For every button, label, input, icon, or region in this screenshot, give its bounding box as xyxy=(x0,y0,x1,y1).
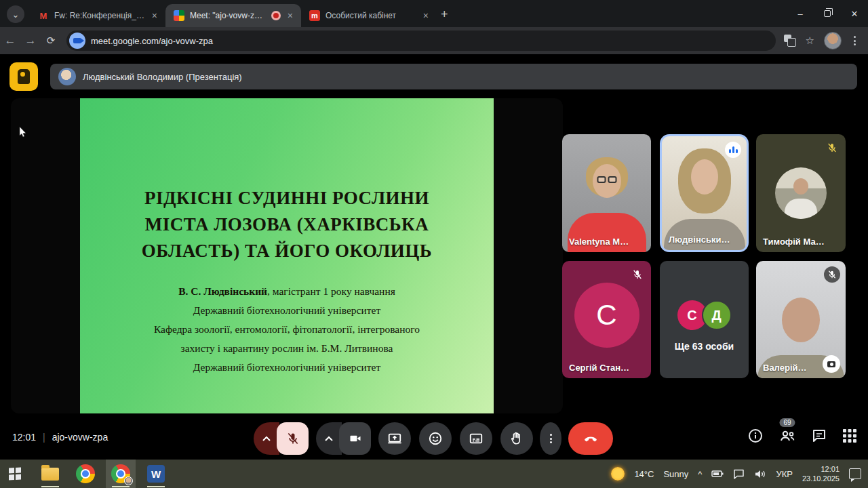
slide: РІДКІСНІ СУДИННІ РОСЛИНИ МІСТА ЛОЗОВА (Х… xyxy=(80,98,494,413)
clock-tray[interactable]: 12:01 23.10.2025 xyxy=(802,464,840,483)
word-icon: W xyxy=(147,465,165,483)
speaker-icon[interactable] xyxy=(754,469,766,479)
chrome-profile-button[interactable] xyxy=(106,460,136,488)
meeting-details-button[interactable] xyxy=(747,428,764,444)
captions-button[interactable] xyxy=(460,422,492,455)
start-button[interactable] xyxy=(0,460,30,488)
raise-hand-icon xyxy=(509,431,524,446)
word-button[interactable]: W xyxy=(141,460,171,488)
presenter-banner[interactable]: Людвінський Володимир (Презентація) xyxy=(50,64,857,89)
participant-name: Валерій… xyxy=(763,363,806,373)
participant-name: Valentyna M… xyxy=(569,237,629,247)
extension-button[interactable] xyxy=(9,62,38,91)
camera-toggle-button[interactable] xyxy=(339,422,371,455)
slide-title: РІДКІСНІ СУДИННІ РОСЛИНИ МІСТА ЛОЗОВА (Х… xyxy=(80,185,494,264)
presentation-tile[interactable]: РІДКІСНІ СУДИННІ РОСЛИНИ МІСТА ЛОЗОВА (Х… xyxy=(11,98,563,413)
new-tab-button[interactable]: + xyxy=(441,7,448,22)
toolbar-right: ☆ xyxy=(784,32,868,49)
end-call-icon xyxy=(583,430,599,447)
browser-toolbar: ← → ⟳ meet.google.com/ajo-vovw-zpa ☆ xyxy=(0,27,868,54)
activities-button[interactable] xyxy=(842,428,857,443)
bookmark-star-icon[interactable]: ☆ xyxy=(806,35,814,47)
camera-control-group xyxy=(316,422,371,455)
chevron-up-icon xyxy=(262,436,271,441)
chrome-button[interactable] xyxy=(71,460,100,488)
close-window-button[interactable]: ✕ xyxy=(841,0,868,27)
restore-button[interactable] xyxy=(814,0,841,27)
participant-tile-speaking[interactable]: Людвінськи… xyxy=(660,134,749,252)
file-explorer-button[interactable] xyxy=(35,460,65,488)
mic-options-button[interactable] xyxy=(254,422,279,455)
smiley-icon xyxy=(428,431,443,446)
more-participants-label: Ще 63 особи xyxy=(660,341,749,352)
tab-search-button[interactable]: ⌄ xyxy=(7,5,24,23)
camera-options-button[interactable] xyxy=(316,422,342,455)
tab-meet-active[interactable]: Meet: "ajo-vovw-zpa" × xyxy=(165,4,301,27)
browser-menu-icon[interactable] xyxy=(851,36,859,45)
grid-icon xyxy=(842,428,857,443)
forward-button[interactable]: → xyxy=(20,34,41,47)
present-screen-button[interactable] xyxy=(378,422,411,455)
reactions-button[interactable] xyxy=(419,422,452,455)
presenter-name: Людвінський Володимир (Презентація) xyxy=(83,72,242,82)
captions-icon xyxy=(469,431,484,446)
tab-title: Fw: Re:Конференція_23.10.202 xyxy=(54,11,145,20)
participant-tile[interactable]: Тимофій Ма… xyxy=(756,134,846,252)
more-participants-tile[interactable]: С Д Ще 63 особи xyxy=(660,261,749,378)
meet-control-bar: 12:01 | ajo-vovw-zpa xyxy=(0,417,868,460)
browser-tab-strip: ⌄ M Fw: Re:Конференція_23.10.202 × Meet:… xyxy=(0,0,868,27)
meet-right-controls: 69 xyxy=(747,428,857,444)
system-tray: 14°C Sunny ^ УКР 12:01 23.10.2025 xyxy=(611,464,868,483)
chat-icon xyxy=(811,428,827,444)
participant-name: Тимофій Ма… xyxy=(763,237,825,247)
slide-subtitle: В. С. Людвінський, магістрант 1 року нав… xyxy=(80,282,494,377)
tab-gmail[interactable]: M Fw: Re:Конференція_23.10.202 × xyxy=(30,4,165,27)
profile-mini-avatar xyxy=(124,476,133,485)
battery-icon[interactable] xyxy=(711,469,724,479)
tab-title: Особистий кабінет xyxy=(326,11,416,20)
screen: ⌄ M Fw: Re:Конференція_23.10.202 × Meet:… xyxy=(0,0,868,488)
mouse-cursor-icon xyxy=(19,127,26,138)
meet-page: Людвінський Володимир (Презентація) РІДК… xyxy=(0,54,868,460)
translate-icon[interactable] xyxy=(784,35,796,47)
participants-button[interactable]: 69 xyxy=(778,428,796,444)
close-tab-icon[interactable]: × xyxy=(151,10,159,21)
participant-name: Сергій Стан… xyxy=(569,363,629,373)
weather-temp[interactable]: 14°C xyxy=(634,469,654,479)
tray-expand-chevron[interactable]: ^ xyxy=(698,469,702,479)
participant-tile[interactable]: С Сергій Стан… xyxy=(562,261,651,378)
weather-sun-icon[interactable] xyxy=(611,467,625,481)
address-bar[interactable]: meet.google.com/ajo-vovw-zpa xyxy=(66,30,776,51)
close-tab-icon[interactable]: × xyxy=(286,10,294,21)
profile-avatar[interactable] xyxy=(824,32,842,49)
gmail-icon: M xyxy=(38,10,49,21)
back-button[interactable]: ← xyxy=(0,34,20,47)
meeting-info: 12:01 | ajo-vovw-zpa xyxy=(12,432,108,443)
reload-button[interactable]: ⟳ xyxy=(41,35,61,47)
more-options-button[interactable] xyxy=(540,422,561,455)
notification-center-icon[interactable] xyxy=(849,468,861,479)
chat-button[interactable] xyxy=(811,428,827,444)
presenter-avatar xyxy=(58,68,76,85)
clock: 12:01 xyxy=(12,432,36,443)
weather-desc[interactable]: Sunny xyxy=(663,469,688,479)
mic-mute-button[interactable] xyxy=(277,422,309,455)
url-text: meet.google.com/ajo-vovw-zpa xyxy=(91,36,213,46)
tab-cabinet[interactable]: m Особистий кабінет × xyxy=(301,4,437,27)
person-video xyxy=(782,298,820,342)
minimize-button[interactable]: – xyxy=(787,0,814,27)
tab-title: Meet: "ajo-vovw-zpa" xyxy=(190,11,266,20)
restore-icon xyxy=(824,10,831,17)
participant-photo-avatar xyxy=(775,167,827,219)
keyboard-language[interactable]: УКР xyxy=(776,469,793,479)
teams-chat-icon[interactable] xyxy=(733,469,745,479)
raise-hand-button[interactable] xyxy=(500,422,533,455)
meeting-code: ajo-vovw-zpa xyxy=(52,432,108,443)
initial-avatar: С xyxy=(574,283,639,348)
flip-camera-icon[interactable] xyxy=(823,355,840,373)
windows-logo-icon xyxy=(9,468,21,480)
end-call-button[interactable] xyxy=(568,422,613,455)
close-tab-icon[interactable]: × xyxy=(422,10,430,21)
participant-tile[interactable]: Valentyna M… xyxy=(562,134,651,252)
participant-tile[interactable]: Валерій… xyxy=(756,261,846,378)
